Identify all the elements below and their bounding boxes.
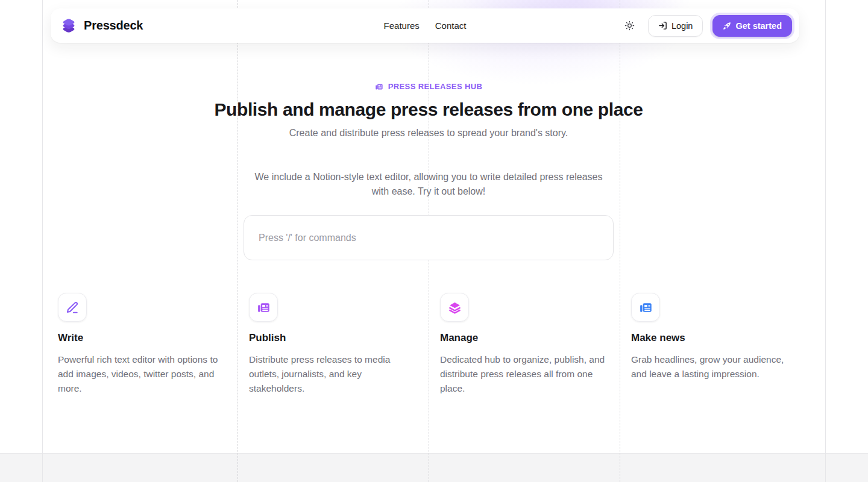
feature-card-write: Write Powerful rich text editor with opt…: [46, 293, 237, 396]
feature-title: Make news: [631, 332, 799, 344]
page-title: Publish and manage press releases from o…: [214, 99, 643, 120]
feature-card-make-news: Make news Grab headlines, grow your audi…: [620, 293, 811, 396]
nav-link-features[interactable]: Features: [384, 20, 420, 31]
editor-placeholder: Press '/' for commands: [259, 233, 613, 243]
feature-card-publish: Publish Distribute press releases to med…: [237, 293, 429, 396]
newspaper-icon: [249, 293, 278, 322]
brand-logo[interactable]: Pressdeck: [59, 16, 143, 36]
login-button[interactable]: Login: [648, 15, 703, 37]
get-started-button[interactable]: Get started: [712, 15, 792, 37]
feature-description: Grab headlines, grow your audience, and …: [631, 352, 799, 381]
page-subtitle: Create and distribute press releases to …: [289, 128, 568, 139]
rocket-icon: [723, 22, 731, 30]
feature-title: Write: [58, 332, 225, 344]
navbar: Pressdeck Features Contact Login: [51, 8, 799, 43]
newspaper-icon: [631, 293, 660, 322]
layers-stack-icon: [59, 16, 78, 36]
feature-description: Dedicated hub to organize, publish, and …: [440, 352, 608, 396]
log-in-icon: [658, 21, 667, 30]
get-started-label: Get started: [735, 21, 782, 31]
feature-card-manage: Manage Dedicated hub to organize, publis…: [429, 293, 620, 396]
layers-icon: [440, 293, 469, 322]
feature-title: Manage: [440, 332, 608, 344]
brand-name: Pressdeck: [84, 19, 143, 33]
editor-intro-text: We include a Notion-style text editor, a…: [254, 170, 603, 199]
hero-badge: PRESS RELEASES HUB: [375, 82, 483, 91]
pen-line-icon: [58, 293, 87, 322]
features-grid: Write Powerful rich text editor with opt…: [46, 293, 811, 396]
newspaper-icon: [375, 83, 383, 91]
hero-badge-label: PRESS RELEASES HUB: [388, 82, 483, 91]
text-editor[interactable]: Press '/' for commands: [244, 215, 614, 260]
nav-links: Features Contact: [384, 20, 467, 31]
nav-link-contact[interactable]: Contact: [435, 20, 467, 31]
feature-description: Powerful rich text editor with options t…: [58, 352, 225, 396]
feature-title: Publish: [249, 332, 417, 344]
nav-actions: Login Get started: [621, 15, 792, 37]
sun-icon[interactable]: [621, 17, 638, 34]
footer-band: [0, 453, 868, 482]
feature-description: Distribute press releases to media outle…: [249, 352, 417, 396]
login-label: Login: [671, 21, 693, 31]
